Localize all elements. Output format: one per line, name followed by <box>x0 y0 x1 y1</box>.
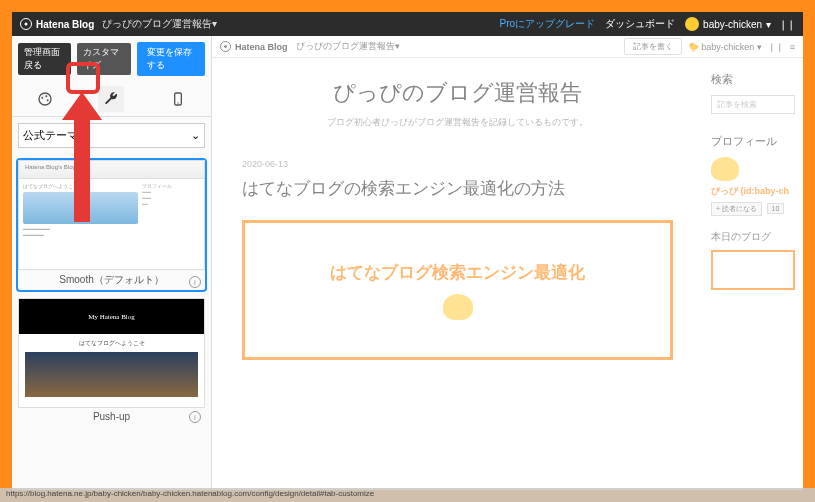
theme-card-smooth[interactable]: Hatena Blog's Blog はてなブログへようこそ ━━━━━━━━━… <box>16 158 207 292</box>
tab-palette[interactable] <box>32 86 58 112</box>
search-input[interactable]: 記事を検索 <box>711 95 795 114</box>
svg-point-3 <box>41 97 43 99</box>
upgrade-pro-link[interactable]: Proにアップグレード <box>500 17 596 31</box>
wrench-icon <box>103 91 119 107</box>
blog-name-dropdown[interactable]: ぴっぴのブログ運営報告▾ <box>296 40 400 53</box>
svg-point-5 <box>47 99 49 101</box>
save-button[interactable]: 変更を保存する <box>137 42 205 76</box>
sidebar-profile-heading: プロフィール <box>711 134 795 149</box>
follow-button[interactable]: + 読者になる <box>711 202 762 216</box>
theme-title: Push-up <box>18 408 205 425</box>
info-icon[interactable]: i <box>189 411 201 423</box>
chevron-down-icon: ⌄ <box>191 129 200 142</box>
global-topbar: Hatena Blog ぴっぴのブログ運営報告▾ Proにアップグレード ダッシ… <box>12 12 803 36</box>
blog-preview: Hatena Blog ぴっぴのブログ運営報告▾ 記事を書く 🐤 baby-ch… <box>212 36 803 490</box>
svg-point-9 <box>224 45 227 48</box>
theme-card-pushup[interactable]: My Hatena Blog はてなブログへようこそ Push-up i <box>16 296 207 427</box>
status-bar: https://blog.hatena.ne.jp/baby-chicken/b… <box>0 488 815 502</box>
hatena-logo[interactable]: Hatena Blog <box>220 41 288 52</box>
mobile-icon <box>170 91 186 107</box>
bookmark-icon[interactable]: ❘❘ <box>779 19 795 30</box>
write-post-button[interactable]: 記事を書く <box>624 38 682 55</box>
user-menu[interactable]: 🐤 baby-chicken ▾ <box>688 42 762 52</box>
theme-list: Hatena Blog's Blog はてなブログへようこそ ━━━━━━━━━… <box>12 154 211 490</box>
follower-count: 10 <box>767 203 785 214</box>
post-title[interactable]: はてなブログの検索エンジン最適化の方法 <box>242 177 673 200</box>
menu-icon[interactable]: ≡ <box>790 42 795 52</box>
service-name: Hatena Blog <box>235 42 288 52</box>
svg-point-1 <box>25 23 28 26</box>
blog-subtitle: ブログ初心者ぴっぴがブログ運営報告を記録しているものです。 <box>242 116 673 129</box>
blog-name-dropdown[interactable]: ぴっぴのブログ運営報告▾ <box>102 17 217 31</box>
theme-category-select[interactable]: 公式テーマ ⌄ <box>18 123 205 148</box>
customize-label: カスタマイズ <box>77 43 130 75</box>
dashboard-link[interactable]: ダッシュボード <box>605 17 675 31</box>
profile-avatar <box>711 157 739 181</box>
hatena-icon <box>220 41 231 52</box>
blog-title[interactable]: ぴっぴのブログ運営報告 <box>242 78 673 108</box>
chick-illustration <box>443 294 473 320</box>
user-menu[interactable]: baby-chicken ▾ <box>685 17 771 31</box>
theme-preview-header: Hatena Blog's Blog <box>19 161 204 179</box>
design-tabs <box>12 82 211 117</box>
svg-point-2 <box>39 93 51 105</box>
bookmark-icon[interactable]: ❘❘ <box>768 42 784 52</box>
post-eyecatch: はてなブログ検索エンジン最適化 <box>242 220 673 360</box>
status-url: https://blog.hatena.ne.jp/baby-chicken/b… <box>6 489 374 498</box>
select-value: 公式テーマ <box>23 128 78 143</box>
svg-point-7 <box>177 102 178 103</box>
svg-point-4 <box>45 95 47 97</box>
eyecatch-text: はてなブログ検索エンジン最適化 <box>330 261 585 284</box>
hatena-icon <box>20 18 32 30</box>
back-button[interactable]: 管理画面戻る <box>18 43 71 75</box>
info-icon[interactable]: i <box>189 276 201 288</box>
palette-icon <box>37 91 53 107</box>
username-label: baby-chicken <box>703 19 762 30</box>
hatena-logo[interactable]: Hatena Blog <box>20 18 94 30</box>
theme-preview-text: はてなブログへようこそ <box>19 334 204 352</box>
post-date: 2020-06-13 <box>242 159 673 169</box>
service-name: Hatena Blog <box>36 19 94 30</box>
theme-title: Smooth（デフォルト） <box>18 270 205 290</box>
avatar-icon <box>685 17 699 31</box>
tab-mobile[interactable] <box>165 86 191 112</box>
sidebar-today-heading: 本日のブログ <box>711 230 795 244</box>
chevron-down-icon: ▾ <box>766 19 771 30</box>
sidebar-search-heading: 検索 <box>711 72 795 87</box>
tab-wrench[interactable] <box>98 86 124 112</box>
sidebar-today-thumb[interactable] <box>711 250 795 290</box>
theme-preview-header: My Hatena Blog <box>19 299 204 334</box>
profile-name-link[interactable]: ぴっぴ (id:baby-ch <box>711 185 795 198</box>
theme-preview-text: はてなブログへようこそ <box>23 183 138 190</box>
design-sidebar: 管理画面戻る カスタマイズ 変更を保存する 公式テーマ ⌄ <box>12 36 212 490</box>
